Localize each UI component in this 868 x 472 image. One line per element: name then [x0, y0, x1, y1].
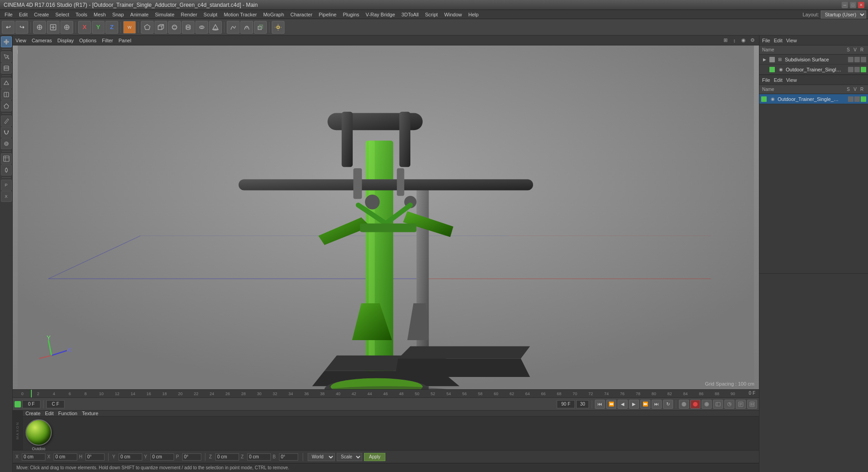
obj-panel-edit[interactable]: Edit [774, 38, 783, 43]
polygon-button[interactable] [141, 21, 154, 34]
texture-button[interactable] [1, 153, 12, 164]
play-button[interactable]: ▶ [629, 400, 639, 409]
menu-file[interactable]: File [2, 11, 15, 18]
cube-button[interactable] [155, 21, 167, 34]
menu-script[interactable]: Script [422, 11, 440, 18]
obj-panel-file[interactable]: File [762, 38, 770, 43]
timeline-icon-7[interactable] [747, 400, 757, 409]
menu-snap[interactable]: Snap [110, 11, 127, 18]
obj-row-subdivision[interactable]: ▶ ⊞ Subdivision Surface [759, 55, 868, 65]
coord-x-scale-field[interactable] [54, 453, 77, 461]
select-tool-button[interactable] [1, 51, 12, 62]
move-tool-button[interactable] [1, 36, 12, 47]
obj-s-icon[interactable] [848, 57, 853, 62]
menu-animate[interactable]: Animate [128, 11, 151, 18]
vp-render-icon[interactable]: ◉ [740, 37, 747, 44]
spline-button[interactable] [227, 21, 239, 34]
obj-panel-view[interactable]: View [786, 38, 797, 43]
vp-menu-options[interactable]: Options [79, 38, 96, 43]
prev-frame-button[interactable]: ⏪ [606, 400, 616, 409]
menu-mograph[interactable]: MoGraph [260, 11, 287, 18]
menu-3dtoall[interactable]: 3DToAll [399, 11, 421, 18]
vp-menu-view[interactable]: View [15, 38, 26, 43]
world-object-button[interactable]: W [123, 21, 136, 34]
menu-sculpt[interactable]: Sculpt [201, 11, 220, 18]
fps-field[interactable] [576, 400, 589, 408]
obj-v-icon-3[interactable] [854, 96, 860, 102]
polygon-mode-button[interactable] [1, 100, 12, 111]
redo-button[interactable]: ↪ [15, 21, 28, 34]
coord-z-pos-field[interactable] [215, 453, 239, 461]
auto-key-button[interactable] [690, 400, 700, 409]
menu-edit[interactable]: Edit [16, 11, 30, 18]
go-end-button[interactable]: ⏭ [652, 400, 662, 409]
obj-row-trainer[interactable]: ◉ Outdoor_Trainer_Single_Adductor_Green [759, 65, 868, 75]
obj-row-trainer-selected[interactable]: ◉ Outdoor_Trainer_Single_Adductor_Green [759, 94, 868, 104]
minimize-button[interactable]: ─ [842, 2, 848, 8]
play-back-button[interactable]: ◀ [618, 400, 628, 409]
obj-bottom-edit[interactable]: Edit [774, 77, 783, 83]
new-object-button[interactable] [33, 21, 46, 34]
cone-button[interactable] [209, 21, 222, 34]
coord-x-pos-field[interactable] [22, 453, 45, 461]
y-axis-button[interactable]: Y [92, 21, 105, 34]
current-frame-field[interactable] [22, 400, 40, 408]
obj-v-icon[interactable] [854, 57, 860, 62]
menu-plugins[interactable]: Plugins [340, 11, 362, 18]
vp-menu-filter[interactable]: Filter [102, 38, 113, 43]
record-button[interactable] [679, 400, 689, 409]
menu-select[interactable]: Select [53, 11, 72, 18]
menu-motiontracker[interactable]: Motion Tracker [221, 11, 259, 18]
menu-pipeline[interactable]: Pipeline [316, 11, 339, 18]
layout-dropdown[interactable]: Startup (User) [821, 10, 866, 19]
obj-r-icon[interactable] [861, 57, 866, 62]
cylinder-button[interactable] [182, 21, 195, 34]
viewport[interactable]: View Cameras Display Options Filter Pane… [13, 35, 759, 389]
coord-b-field[interactable] [279, 453, 298, 461]
end-frame-field[interactable] [557, 400, 575, 408]
coord-y-pos-field[interactable] [119, 453, 142, 461]
sweep-button[interactable] [240, 21, 253, 34]
material-menu-function[interactable]: Function [58, 411, 77, 416]
magnet-button[interactable] [1, 127, 12, 138]
python-button[interactable]: P [1, 180, 12, 191]
obj-v-icon-2[interactable] [854, 67, 860, 72]
menu-create[interactable]: Create [31, 11, 52, 18]
edge-mode-button[interactable] [1, 89, 12, 100]
point-mode-button[interactable] [1, 78, 12, 89]
keyframe-field[interactable] [46, 400, 65, 408]
obj-bottom-view[interactable]: View [786, 77, 797, 83]
obj-r-icon-3[interactable] [861, 96, 866, 102]
brush-button[interactable] [1, 138, 12, 149]
next-frame-button[interactable]: ⏩ [640, 400, 650, 409]
paint-button[interactable] [1, 63, 12, 74]
vp-fullscreen-icon[interactable]: ↕ [731, 37, 738, 44]
menu-character[interactable]: Character [288, 11, 315, 18]
menu-mesh[interactable]: Mesh [91, 11, 109, 18]
menu-render[interactable]: Render [178, 11, 200, 18]
vp-layout-icon[interactable]: ⊞ [722, 37, 729, 44]
apply-button[interactable]: Apply [364, 453, 385, 461]
coord-p-field[interactable] [182, 453, 201, 461]
keyframe-button[interactable] [702, 400, 712, 409]
obj-s-icon-2[interactable] [848, 67, 853, 72]
coord-z-scale-field[interactable] [247, 453, 271, 461]
world-dropdown[interactable]: World Object Parent [308, 453, 335, 461]
vp-menu-display[interactable]: Display [57, 38, 74, 43]
add-button-3[interactable] [60, 21, 73, 34]
material-menu-edit[interactable]: Edit [45, 411, 54, 416]
light-button[interactable] [272, 21, 284, 34]
undo-button[interactable]: ↩ [2, 21, 15, 34]
timeline-icon-5[interactable] [724, 400, 734, 409]
go-start-button[interactable]: ⏮ [595, 400, 605, 409]
weight-button[interactable] [1, 165, 12, 176]
material-menu-texture[interactable]: Texture [82, 411, 98, 416]
material-preview-item[interactable]: Outdoo [25, 419, 52, 451]
vp-menu-cameras[interactable]: Cameras [32, 38, 52, 43]
menu-help[interactable]: Help [466, 11, 482, 18]
menu-window[interactable]: Window [441, 11, 464, 18]
obj-s-icon-3[interactable] [848, 96, 853, 102]
timeline-icon-6[interactable] [736, 400, 746, 409]
coord-y-scale-field[interactable] [150, 453, 174, 461]
menu-tools[interactable]: Tools [73, 11, 90, 18]
